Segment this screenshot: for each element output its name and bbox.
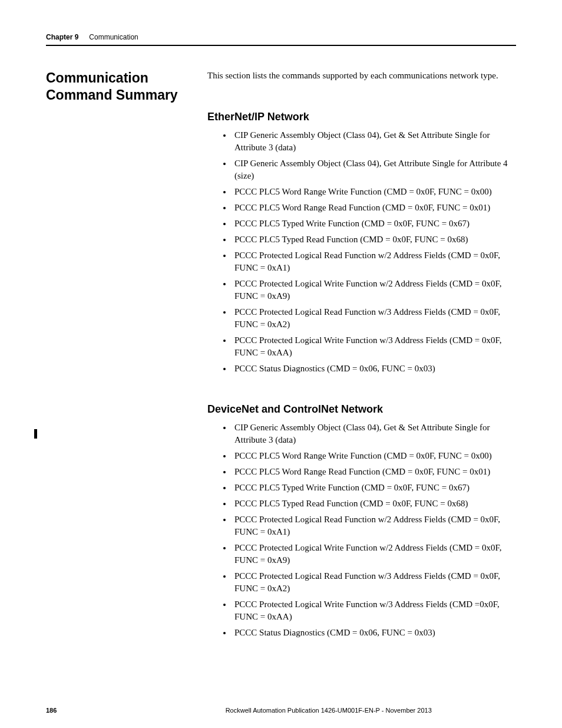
list-item: PCCC Protected Logical Read Function w/2… bbox=[232, 249, 516, 274]
page-footer: 186 Rockwell Automation Publication 1426… bbox=[46, 707, 516, 714]
subsection-heading-ethernet: EtherNet/IP Network bbox=[207, 111, 516, 123]
running-head-title: Communication bbox=[89, 33, 138, 41]
list-item: PCCC PLC5 Typed Read Function (CMD = 0x0… bbox=[232, 498, 516, 510]
publication-info: Rockwell Automation Publication 1426-UM0… bbox=[226, 707, 432, 714]
running-head: Chapter 9 Communication bbox=[46, 33, 516, 46]
page-number: 186 bbox=[46, 707, 57, 714]
intro-paragraph: This section lists the commands supporte… bbox=[207, 70, 516, 83]
list-item: PCCC Protected Logical Read Function w/3… bbox=[232, 306, 516, 331]
list-item: PCCC PLC5 Word Range Read Function (CMD … bbox=[232, 466, 516, 478]
list-item: PCCC PLC5 Word Range Write Function (CMD… bbox=[232, 450, 516, 462]
list-item: PCCC Protected Logical Write Function w/… bbox=[232, 278, 516, 302]
list-item: PCCC Status Diagnostics (CMD = 0x06, FUN… bbox=[232, 627, 516, 639]
subsection-heading-devicenet: DeviceNet and ControlNet Network bbox=[207, 403, 516, 416]
list-item: PCCC Status Diagnostics (CMD = 0x06, FUN… bbox=[232, 363, 516, 375]
list-item: PCCC PLC5 Typed Read Function (CMD = 0x0… bbox=[232, 233, 516, 246]
list-item: CIP Generic Assembly Object (Class 04), … bbox=[232, 129, 516, 154]
list-item: PCCC PLC5 Typed Write Function (CMD = 0x… bbox=[232, 482, 516, 494]
ethernet-list: CIP Generic Assembly Object (Class 04), … bbox=[232, 129, 516, 375]
change-bar-icon bbox=[34, 429, 37, 439]
running-head-chapter: Chapter 9 bbox=[46, 33, 78, 41]
list-item: PCCC Protected Logical Read Function w/2… bbox=[232, 513, 516, 538]
list-item: CIP Generic Assembly Object (Class 04), … bbox=[232, 421, 516, 446]
list-item: PCCC Protected Logical Read Function w/3… bbox=[232, 570, 516, 595]
list-item: PCCC PLC5 Typed Write Function (CMD = 0x… bbox=[232, 218, 516, 230]
section-heading: Communication Command Summary bbox=[46, 70, 187, 104]
list-item: PCCC Protected Logical Write Function w/… bbox=[232, 542, 516, 566]
list-item: CIP Generic Assembly Object (Class 04), … bbox=[232, 157, 516, 182]
list-item: PCCC PLC5 Word Range Read Function (CMD … bbox=[232, 202, 516, 214]
list-item: PCCC Protected Logical Write Function w/… bbox=[232, 598, 516, 623]
list-item: PCCC PLC5 Word Range Write Function (CMD… bbox=[232, 186, 516, 198]
list-item: PCCC Protected Logical Write Function w/… bbox=[232, 334, 516, 359]
devicenet-list: CIP Generic Assembly Object (Class 04), … bbox=[232, 421, 516, 639]
